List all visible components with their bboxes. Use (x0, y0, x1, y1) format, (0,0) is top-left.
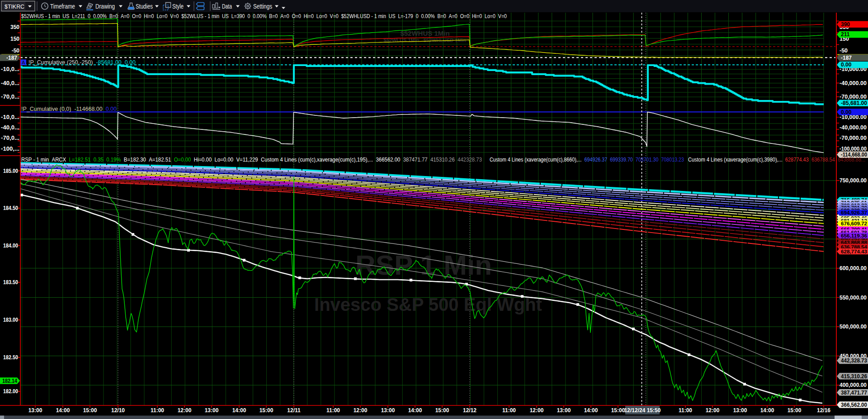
svg-text:387,471.77: 387,471.77 (841, 390, 867, 396)
svg-text:182.14: 182.14 (2, 378, 17, 384)
svg-text:390: 390 (841, 21, 850, 28)
svg-text:12/10: 12/10 (111, 407, 125, 414)
svg-text:750,000.00: 750,000.00 (840, 177, 867, 184)
svg-text:442,328.73: 442,328.73 (841, 357, 867, 364)
svg-text:-100,...: -100,... (1, 146, 19, 152)
svg-text:Invesco S&P 500 Eql Wght: Invesco S&P 500 Eql Wght (314, 295, 542, 314)
svg-text:14:00: 14:00 (408, 407, 422, 414)
svg-text:211: 211 (841, 31, 850, 38)
svg-text:RSP 1 Min: RSP 1 Min (355, 249, 492, 281)
svg-text:550,000.00: 550,000.00 (840, 295, 867, 301)
svg-text:350: 350 (10, 24, 19, 30)
svg-text:12:00: 12:00 (706, 407, 720, 414)
svg-text:656,119.36: 656,119.36 (841, 233, 867, 238)
svg-text:$TIKRC: $TIKRC (5, 3, 24, 10)
svg-text:366,562.00: 366,562.00 (841, 402, 867, 408)
svg-text:-70,000.00: -70,000.00 (840, 94, 867, 100)
svg-text:RSP - 1 min ARCX L=182.51 0: RSP - 1 min ARCX L=182.51 0.35 0.19% B=1… (21, 157, 482, 163)
svg-text:-40,000.00: -40,000.00 (840, 80, 867, 86)
svg-text:Drawing: Drawing (95, 3, 115, 10)
svg-text:11:00: 11:00 (502, 407, 516, 414)
svg-text:!P_Cumulative (0,0) -114668.0: !P_Cumulative (0,0) -114668.00 0.00 (21, 106, 117, 112)
svg-text:A: A (22, 60, 25, 65)
svg-text:13:00: 13:00 (28, 407, 42, 414)
svg-text:500,000.00: 500,000.00 (840, 324, 867, 330)
svg-text:-70,000.00: -70,000.00 (840, 135, 867, 141)
svg-text:Timeframe: Timeframe (50, 3, 75, 10)
svg-text:12/16: 12/16 (817, 407, 830, 414)
svg-text:14:00: 14:00 (56, 407, 70, 414)
svg-text:11:00: 11:00 (151, 407, 164, 414)
svg-text:Custom 4 Lines (xaverage(cum(c: Custom 4 Lines (xaverage(cum(c),3980),..… (688, 157, 865, 163)
svg-text:12:00: 12:00 (178, 407, 192, 414)
svg-text:15:00: 15:00 (611, 407, 625, 414)
svg-text:-187: -187 (6, 55, 17, 61)
svg-text:15:00: 15:00 (435, 407, 449, 414)
svg-text:400,000.00: 400,000.00 (840, 382, 867, 388)
svg-text:!P_Cumulative (250,-250) -856: !P_Cumulative (250,-250) -85681.00 0.00 (28, 59, 136, 66)
svg-text:-40,0...: -40,0... (1, 124, 19, 131)
svg-text:-40,000.00: -40,000.00 (840, 124, 867, 131)
svg-text:Custom 4 Lines (xaverage(cum(c: Custom 4 Lines (xaverage(cum(c),8660),..… (490, 157, 684, 163)
svg-text:11:00: 11:00 (679, 407, 692, 414)
svg-text:150: 150 (10, 36, 19, 42)
svg-text:14:00: 14:00 (760, 407, 774, 414)
svg-text:11:00: 11:00 (326, 407, 340, 414)
svg-text:13:00: 13:00 (205, 407, 219, 414)
svg-text:Settings: Settings (253, 3, 272, 10)
svg-text:12/12: 12/12 (463, 407, 476, 414)
svg-text:13:00: 13:00 (381, 407, 395, 414)
svg-text:13:00: 13:00 (557, 407, 571, 414)
svg-text:184.50: 184.50 (3, 205, 18, 211)
svg-text:$52WHUS - 1 min US L=211 0: $52WHUS - 1 min US L=211 0 0.00% B=0 A=0… (21, 13, 507, 19)
svg-text:12/12/24 15:50: 12/12/24 15:50 (624, 407, 661, 414)
svg-text:-40,0...: -40,0... (1, 80, 19, 86)
svg-text:$52WHUS 1Min: $52WHUS 1Min (400, 29, 449, 37)
svg-text:Style: Style (172, 3, 184, 10)
svg-text:600,000.00: 600,000.00 (840, 265, 867, 271)
svg-text:0.00: 0.00 (841, 62, 852, 68)
svg-text:185.00: 185.00 (3, 168, 18, 174)
svg-text:182.00: 182.00 (3, 388, 18, 395)
svg-text:12/11: 12/11 (287, 407, 301, 414)
svg-text:-10,0...: -10,0... (1, 114, 19, 120)
svg-text:13:00: 13:00 (733, 407, 747, 414)
svg-text:Studies: Studies (136, 3, 153, 10)
svg-text:183.00: 183.00 (3, 317, 18, 323)
svg-text:-50: -50 (12, 48, 20, 54)
svg-text:14:00: 14:00 (232, 407, 246, 414)
svg-text:-187: -187 (841, 55, 852, 61)
svg-text:0.00: 0.00 (841, 109, 852, 115)
svg-text:14:00: 14:00 (584, 407, 598, 414)
svg-text:-85,681.00: -85,681.00 (841, 100, 867, 106)
svg-text:15:00: 15:00 (788, 407, 802, 414)
svg-text:-50: -50 (840, 48, 848, 54)
svg-text:628,774.43: 628,774.43 (841, 249, 867, 254)
svg-text:-70,0...: -70,0... (1, 94, 19, 100)
svg-text:-70,0...: -70,0... (1, 135, 19, 141)
svg-text:12:00: 12:00 (530, 407, 544, 414)
svg-text:182.50: 182.50 (3, 354, 18, 361)
svg-text:15:00: 15:00 (83, 407, 97, 414)
svg-text:-10,0...: -10,0... (1, 66, 19, 72)
svg-text:184.00: 184.00 (3, 243, 18, 249)
svg-text:183.50: 183.50 (3, 279, 18, 286)
svg-text:415,310.26: 415,310.26 (841, 373, 867, 380)
svg-text:12:00: 12:00 (354, 407, 368, 414)
svg-text:15:00: 15:00 (259, 407, 274, 414)
svg-text:676,609.72: 676,609.72 (841, 221, 867, 226)
svg-text:694,926.37: 694,926.37 (841, 210, 867, 215)
svg-text:Data: Data (222, 3, 232, 10)
